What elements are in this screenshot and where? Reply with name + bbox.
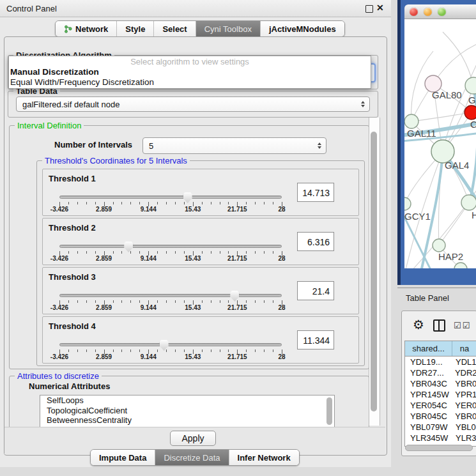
control-panel-titlebar: Control Panel ✕: [0, 0, 391, 17]
dropdown-hint[interactable]: Select algorithm to view settings: [9, 57, 371, 66]
table-data-combobox[interactable]: galFiltered.sif default node: [16, 96, 370, 112]
table-data-group: Table Data galFiltered.sif default node: [8, 91, 378, 118]
table-header-row: shared... na: [405, 341, 476, 357]
close-traffic-light[interactable]: [410, 8, 418, 16]
dropdown-option-equal-width[interactable]: Equal Width/Frequency Discretization: [10, 77, 154, 87]
num-intervals-label: Number of Intervals: [54, 140, 132, 150]
node-label: GAL80: [432, 89, 462, 100]
table-row[interactable]: YER054CYER0: [405, 400, 476, 411]
list-scrollbar[interactable]: [326, 397, 332, 425]
threshold-3-value-field[interactable]: 21.4: [297, 281, 334, 300]
num-intervals-combobox[interactable]: 5: [142, 137, 326, 154]
tab-select[interactable]: Select: [154, 21, 196, 36]
threshold-4-value-field[interactable]: 11.344: [297, 330, 334, 349]
close-icon[interactable]: ✕: [376, 3, 384, 13]
gear-icon[interactable]: ⚙: [413, 317, 424, 332]
table-row[interactable]: YDL19...YDL1: [405, 357, 476, 367]
threshold-3-panel: Threshold 3 -3.426 2.859 9.144 15.43 21.…: [42, 267, 359, 314]
network-titlebar[interactable]: [404, 4, 476, 19]
table-horizontal-scrollbar[interactable]: [405, 445, 473, 451]
network-icon: [64, 25, 72, 33]
tab-network[interactable]: Network: [56, 21, 117, 36]
top-tabstrip: Network Style Select Cyni Toolbox jActiv…: [55, 20, 345, 37]
node-partial-top-right[interactable]: [465, 77, 476, 94]
node-label: H: [472, 210, 476, 220]
group-title: Attributes to discretize: [15, 371, 102, 381]
threshold-2-slider[interactable]: [59, 245, 282, 248]
combobox-arrows-icon: [361, 101, 365, 107]
table-row[interactable]: YPR145WYPR1: [405, 389, 476, 400]
panel-title: Control Panel: [6, 4, 57, 13]
node-his[interactable]: [461, 195, 476, 210]
group-title: Threshold's Coordinates for 5 Intervals: [42, 156, 190, 165]
list-item[interactable]: SelfLoops: [40, 395, 334, 406]
tab-label: Network: [75, 24, 108, 34]
combobox-value: 5: [149, 141, 153, 151]
threshold-4-slider[interactable]: [59, 343, 282, 346]
table-panel-title: Table Panel: [406, 293, 449, 303]
tab-cyni-toolbox[interactable]: Cyni Toolbox: [196, 21, 261, 36]
node-label: C: [470, 119, 476, 130]
list-item[interactable]: TopologicalCoefficient: [40, 406, 334, 416]
threshold-1-panel: Threshold 1 -3.426 2.859 9.144 15.43 21.…: [42, 169, 359, 216]
algorithm-dropdown-popup: Select algorithm to view settings Manual…: [8, 56, 371, 89]
zoom-traffic-light[interactable]: [438, 8, 446, 16]
dropdown-option-manual[interactable]: Manual Discretization: [10, 67, 99, 77]
tab-discretize-data[interactable]: Discretize Data: [155, 450, 229, 465]
table-row[interactable]: YDR27...YDR2: [405, 367, 476, 378]
control-panel-window: Control Panel ✕ Network Style Select Cyn…: [0, 0, 391, 467]
node-partial-bottom[interactable]: [454, 263, 467, 268]
numerical-attributes-label: Numerical Attributes: [29, 381, 110, 391]
table-row[interactable]: YBL079WYBL0: [405, 422, 476, 433]
combobox-arrows-icon: [318, 142, 321, 149]
node-gcy1[interactable]: [404, 197, 411, 210]
node-label: GA: [468, 95, 476, 105]
network-graph: [404, 19, 476, 268]
combobox-value: galFiltered.sif default node: [22, 100, 119, 109]
network-window: GAL80 GA C GAL11 GAL4 GCY1 H HAP2: [404, 4, 476, 268]
node-red-selected[interactable]: [464, 105, 476, 119]
table-row[interactable]: YBR045CYBR0: [405, 411, 476, 422]
node-attribute-table: shared... na YDL19...YDL1 YDR27...YDR2 Y…: [404, 341, 476, 447]
threshold-2-panel: Threshold 2 -3.426 2.859 9.144 15.43 21.…: [42, 218, 359, 265]
panel-divider[interactable]: [397, 288, 476, 288]
network-window-frame: GAL80 GA C GAL11 GAL4 GCY1 H HAP2: [397, 0, 476, 285]
split-columns-icon[interactable]: [433, 319, 445, 332]
threshold-2-value-field[interactable]: 6.316: [297, 232, 334, 251]
threshold-4-panel: Threshold 4 -3.426 2.859 9.144 15.43 21.…: [42, 316, 359, 364]
node-label: GAL11: [407, 128, 436, 139]
node-gal11[interactable]: [404, 114, 418, 128]
threshold-3-slider[interactable]: [59, 294, 282, 297]
node-label: HAP2: [438, 251, 463, 262]
threshold-1-slider[interactable]: [59, 196, 282, 199]
thresholds-group: Threshold's Coordinates for 5 Intervals …: [36, 160, 365, 366]
panel-scrollbar-thumb[interactable]: [371, 132, 377, 411]
interval-definition-group: Interval Definition Number of Intervals …: [9, 125, 369, 369]
threshold-1-value-field[interactable]: 14.713: [297, 183, 334, 202]
group-title: Interval Definition: [15, 121, 84, 130]
tab-style[interactable]: Style: [117, 21, 154, 36]
apply-button[interactable]: Apply: [170, 431, 216, 446]
checkbox-icons[interactable]: ☑☑: [454, 321, 471, 330]
node-hap2[interactable]: [433, 239, 445, 252]
table-row[interactable]: YLR345WYLR3: [405, 433, 476, 443]
network-canvas[interactable]: GAL80 GA C GAL11 GAL4 GCY1 H HAP2: [404, 19, 476, 268]
tab-impute-data[interactable]: Impute Data: [91, 450, 155, 465]
numerical-attributes-list: SelfLoops TopologicalCoefficient Between…: [40, 395, 335, 428]
node-label: GCY1: [404, 211, 431, 222]
table-row[interactable]: YBR043CYBR0: [405, 378, 476, 389]
tab-jactivemnodules[interactable]: jActiveMNodules: [261, 21, 344, 36]
float-window-icon[interactable]: [365, 5, 373, 13]
minimize-traffic-light[interactable]: [424, 8, 432, 16]
bottom-tabstrip: Impute Data Discretize Data Infer Networ…: [90, 449, 300, 466]
column-header-name[interactable]: na: [452, 341, 476, 356]
node-label: GAL4: [445, 160, 469, 171]
list-item[interactable]: BetweennessCentrality: [40, 415, 334, 426]
column-header-shared-name[interactable]: shared...: [405, 341, 452, 356]
tab-infer-network[interactable]: Infer Network: [229, 450, 299, 465]
